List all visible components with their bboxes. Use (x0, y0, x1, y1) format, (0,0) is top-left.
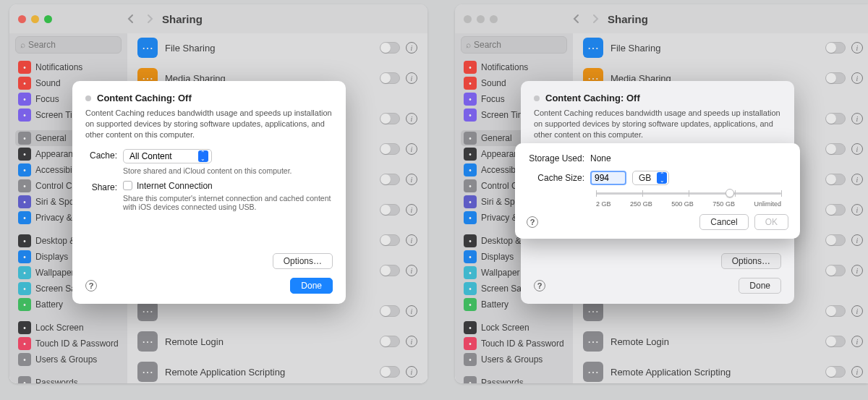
info-icon[interactable]: i (406, 204, 417, 216)
share-toggle-remotelogin[interactable] (380, 336, 400, 347)
close-icon[interactable] (18, 15, 26, 23)
cache-size-unit-select[interactable]: GB ⌃⌄ (632, 171, 669, 185)
share-toggle-remotelogin[interactable] (825, 336, 846, 347)
share-toggle-hidden6[interactable] (380, 265, 400, 276)
sheet-description: Content Caching reduces bandwidth usage … (85, 108, 333, 140)
close-icon[interactable] (464, 15, 472, 23)
share-internet-row[interactable]: Internet Connection (123, 181, 333, 191)
storage-used-value: None (590, 153, 611, 163)
share-toggle-hidden5[interactable] (380, 234, 400, 246)
cache-size-slider[interactable] (596, 192, 781, 195)
share-toggle-mediasharing[interactable] (380, 72, 400, 84)
sidebar-item-users[interactable]: •Users & Groups (15, 352, 122, 367)
search-input[interactable] (28, 40, 127, 50)
info-icon[interactable]: i (406, 366, 417, 378)
info-icon[interactable]: i (406, 336, 417, 347)
share-toggle-hidden3[interactable] (380, 174, 400, 185)
sidebar-item-touchid[interactable]: •Touch ID & Password (15, 336, 122, 352)
info-icon[interactable]: i (406, 72, 417, 84)
info-icon[interactable]: i (851, 336, 863, 347)
done-button[interactable]: Done (739, 278, 781, 294)
share-row-label: Remote Login (610, 336, 825, 347)
share-toggle-remoteapp[interactable] (825, 366, 846, 378)
users-icon: • (464, 353, 477, 366)
share-toggle-remotemgmt[interactable] (825, 305, 846, 317)
sidebar-item-notifications[interactable]: •Notifications (461, 59, 567, 75)
help-button[interactable]: ? (527, 216, 538, 228)
info-icon[interactable]: i (406, 265, 417, 276)
info-icon[interactable]: i (851, 366, 863, 378)
info-icon[interactable]: i (851, 143, 863, 155)
cancel-button[interactable]: Cancel (699, 214, 748, 230)
forward-button[interactable] (143, 12, 156, 25)
done-button[interactable]: Done (290, 278, 333, 294)
sidebar-item-label: Battery (35, 299, 63, 310)
minimize-icon[interactable] (31, 15, 39, 23)
share-toggle-hidden5[interactable] (825, 234, 846, 246)
share-toggle-hidden1[interactable] (825, 113, 846, 124)
info-icon[interactable]: i (406, 174, 417, 185)
info-icon[interactable]: i (851, 265, 863, 276)
sheet-title: Content Caching: Off (545, 93, 640, 103)
slider-thumb-icon[interactable] (726, 189, 734, 197)
share-toggle-hidden2[interactable] (825, 143, 846, 155)
share-toggle-filesharing[interactable] (825, 42, 846, 54)
share-toggle-hidden4[interactable] (380, 204, 400, 216)
privacy-icon: • (464, 211, 477, 224)
share-toggle-hidden6[interactable] (825, 265, 846, 276)
sidebar-item-label: Battery (481, 299, 509, 310)
help-button[interactable]: ? (85, 280, 97, 292)
share-toggle-hidden1[interactable] (380, 113, 400, 124)
checkbox-icon[interactable] (123, 181, 132, 190)
info-icon[interactable]: i (406, 113, 417, 124)
sidebar-item-label: Notifications (481, 62, 528, 72)
traffic-lights-inactive[interactable] (464, 15, 498, 23)
zoom-icon[interactable] (490, 15, 498, 23)
zoom-icon[interactable] (44, 15, 52, 23)
traffic-lights[interactable] (18, 15, 52, 23)
info-icon[interactable]: i (851, 174, 863, 185)
sidebar-item-label: Passwords (481, 378, 524, 383)
sidebar-item-lockscreen[interactable]: •Lock Screen (461, 320, 567, 336)
info-icon[interactable]: i (406, 305, 417, 317)
share-toggle-hidden2[interactable] (380, 143, 400, 155)
back-button[interactable] (570, 12, 583, 25)
options-button[interactable]: Options… (273, 253, 333, 269)
info-icon[interactable]: i (406, 234, 417, 246)
search-input[interactable] (474, 40, 573, 50)
back-button[interactable] (124, 12, 137, 25)
share-toggle-filesharing[interactable] (380, 42, 400, 54)
cache-size-input[interactable] (590, 171, 626, 185)
sidebar-item-passwords[interactable]: •Passwords (461, 375, 567, 383)
sound-icon: • (18, 77, 31, 90)
info-icon[interactable]: i (406, 42, 417, 54)
share-toggle-hidden4[interactable] (825, 204, 846, 216)
siri-icon: • (464, 195, 477, 208)
options-button[interactable]: Options… (721, 253, 781, 269)
forward-button[interactable] (589, 12, 602, 25)
info-icon[interactable]: i (851, 72, 863, 84)
share-toggle-remotemgmt[interactable] (380, 305, 400, 317)
share-toggle-hidden3[interactable] (825, 174, 846, 185)
info-icon[interactable]: i (851, 113, 863, 124)
info-icon[interactable]: i (851, 234, 863, 246)
info-icon[interactable]: i (406, 143, 417, 155)
info-icon[interactable]: i (851, 42, 863, 54)
ok-button[interactable]: OK (754, 214, 788, 230)
sidebar-item-touchid[interactable]: •Touch ID & Password (461, 336, 567, 352)
sidebar-item-users[interactable]: •Users & Groups (461, 352, 567, 367)
minimize-icon[interactable] (477, 15, 485, 23)
share-row-remotelogin: ⋯Remote Logini (583, 327, 863, 356)
info-icon[interactable]: i (851, 305, 863, 317)
share-row-label: Remote Application Scripting (610, 367, 825, 378)
share-row-label: File Sharing (610, 43, 825, 54)
share-toggle-mediasharing[interactable] (825, 72, 846, 84)
share-toggle-remoteapp[interactable] (380, 366, 400, 378)
sidebar-item-passwords[interactable]: •Passwords (15, 375, 122, 383)
passwords-icon: • (18, 376, 31, 383)
cache-select[interactable]: All Content ⌃⌄ (123, 149, 212, 163)
help-button[interactable]: ? (534, 280, 545, 292)
sidebar-item-notifications[interactable]: •Notifications (15, 59, 122, 75)
info-icon[interactable]: i (851, 204, 863, 216)
sidebar-item-lockscreen[interactable]: •Lock Screen (15, 320, 122, 336)
